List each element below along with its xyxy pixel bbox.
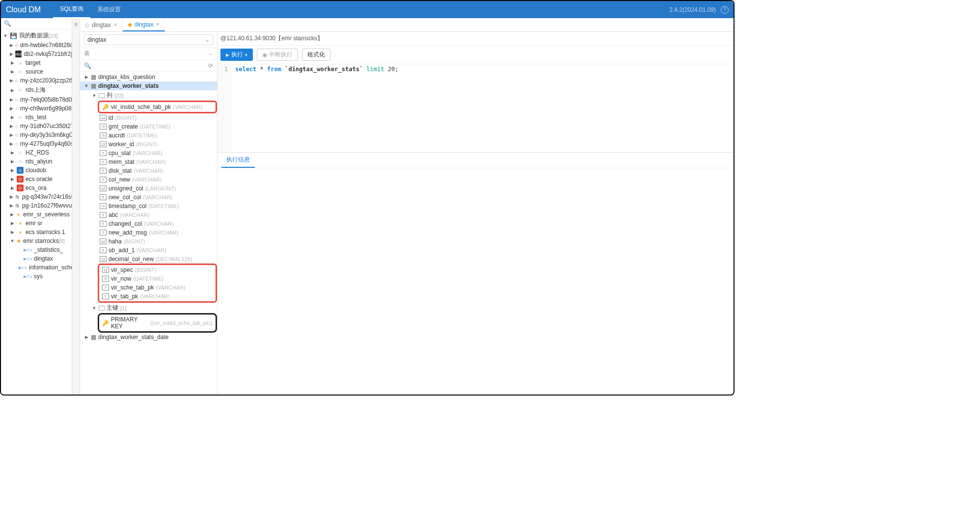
datasource-item[interactable]: ◇my-dky3y3s3m6kg0jo xyxy=(8,131,72,139)
column-row[interactable]: T abc (VARCHAR) xyxy=(80,211,217,219)
chevron-right-icon[interactable] xyxy=(10,132,13,137)
editor-tab-0[interactable]: ◇ dingtax ✕ xyxy=(80,18,123,31)
chevron-down-icon[interactable] xyxy=(10,238,15,243)
table-row[interactable]: ▦ dingtax_kbs_question xyxy=(80,73,217,81)
refresh-objects-icon[interactable]: ⟳ xyxy=(208,62,213,69)
chevron-down-icon[interactable]: ⌄ xyxy=(208,50,213,58)
schema-item[interactable]: ▸▭dingtax xyxy=(15,254,72,263)
columns-folder[interactable]: 列[22] xyxy=(80,90,217,101)
chevron-down-icon[interactable] xyxy=(84,83,89,88)
chevron-right-icon[interactable] xyxy=(84,75,89,79)
top-tab-sql[interactable]: SQL查询 xyxy=(53,1,90,18)
datasource-item[interactable]: ◇rds_aliyun xyxy=(8,157,72,166)
chevron-down-icon[interactable]: ▾ xyxy=(245,53,247,57)
datasource-item[interactable]: ◇my-7elq005i8b78d0m xyxy=(8,95,72,104)
chevron-right-icon[interactable] xyxy=(10,106,13,111)
chevron-right-icon[interactable] xyxy=(10,177,15,182)
datasource-item[interactable]: ◇dm-hwblec7n68t28cz xyxy=(8,41,72,50)
chevron-right-icon[interactable] xyxy=(10,141,13,146)
close-icon[interactable]: ✕ xyxy=(113,22,117,27)
column-row[interactable]: 12 haha (BIGINT) xyxy=(80,237,217,246)
column-row[interactable]: T changed_col (VARCHAR) xyxy=(80,219,217,228)
datasource-item[interactable]: Oecs oracle xyxy=(8,175,72,184)
column-row[interactable]: T new_col_col (VARCHAR) xyxy=(80,193,217,202)
column-row[interactable]: ◷ vir_now (DATETIME) xyxy=(100,274,215,283)
chevron-right-icon[interactable] xyxy=(10,203,13,208)
chevron-right-icon[interactable] xyxy=(10,78,13,83)
chevron-down-icon[interactable] xyxy=(92,306,97,311)
column-row[interactable]: ◷ gmt_create (DATETIME) xyxy=(80,122,217,131)
format-button[interactable]: 格式化 xyxy=(302,49,330,61)
chevron-right-icon[interactable] xyxy=(10,185,15,190)
help-icon[interactable]: ? xyxy=(721,6,729,14)
chevron-right-icon[interactable] xyxy=(10,212,14,217)
close-icon[interactable]: ✕ xyxy=(156,22,160,27)
collapse-strip[interactable]: ≡ xyxy=(72,18,80,395)
column-row[interactable]: 12 decimal_col_new (DECIMAL128) xyxy=(80,255,217,264)
chevron-right-icon[interactable] xyxy=(10,69,15,74)
primary-key-row[interactable]: 🔑 PRIMARY KEY ((vir_instid_sche_tab_pk)) xyxy=(100,315,215,331)
column-row[interactable]: T new_add_msg (VARCHAR) xyxy=(80,228,217,237)
top-tab-settings[interactable]: 系统设置 xyxy=(90,1,128,18)
chevron-right-icon[interactable] xyxy=(10,221,15,226)
column-row[interactable]: 12 worker_id (BIGINT) xyxy=(80,140,217,149)
chevron-right-icon[interactable] xyxy=(10,88,15,93)
datasource-item[interactable]: ◇my-4275uqf3y4q60s6 xyxy=(8,139,72,148)
datasource-expanded[interactable]: ★ emr starrocks [8] xyxy=(8,237,72,245)
object-search-input[interactable] xyxy=(94,62,205,69)
datasource-item[interactable]: ★emr_sr_severless xyxy=(8,210,72,219)
column-row[interactable]: T vir_tab_pk (VARCHAR) xyxy=(100,292,215,301)
chevron-right-icon[interactable] xyxy=(10,150,15,155)
chevron-right-icon[interactable] xyxy=(10,124,13,129)
sidebar-root[interactable]: 💾 我的数据源 [23] xyxy=(1,30,72,41)
schema-item[interactable]: ▸▭_statistics_ xyxy=(15,245,72,254)
datasource-item[interactable]: ◇HZ_RDS xyxy=(8,148,72,157)
table-row-selected[interactable]: ▦ dingtax_worker_stats xyxy=(80,81,217,90)
chevron-right-icon[interactable] xyxy=(10,194,13,199)
chevron-down-icon[interactable] xyxy=(92,93,97,98)
schema-selector[interactable]: dingtax ⌄ xyxy=(84,34,213,45)
schema-item[interactable]: ▸▭sys xyxy=(15,272,72,281)
column-row[interactable]: ◷ aucrdt (DATETIME) xyxy=(80,131,217,140)
column-row[interactable]: 🔑 vir_instid_sche_tab_pk (VARCHAR) xyxy=(100,103,215,111)
chevron-right-icon[interactable] xyxy=(10,159,15,164)
datasource-item[interactable]: ★emr sr xyxy=(8,219,72,228)
datasource-item[interactable]: ★ecs starrocks 1 xyxy=(8,228,72,237)
column-row[interactable]: T disk_stat (VARCHAR) xyxy=(80,166,217,175)
sidebar-search-input[interactable] xyxy=(13,20,72,27)
column-row[interactable]: T cpu_stat (VARCHAR) xyxy=(80,149,217,158)
column-row[interactable]: 12 id (BIGINT) xyxy=(80,113,217,122)
datasource-item[interactable]: 🐘pg-1n16o27f6wvvu0w xyxy=(8,201,72,210)
chevron-right-icon[interactable] xyxy=(10,43,13,48)
chevron-right-icon[interactable] xyxy=(10,97,13,102)
sql-editor[interactable]: 1 select * from `dingtax_worker_stats` l… xyxy=(218,64,734,153)
table-row[interactable]: ▦ dingtax_worker_stats_date xyxy=(80,333,217,342)
column-row[interactable]: T ob_add_1 (VARCHAR) xyxy=(80,246,217,255)
editor-code[interactable]: select * from `dingtax_worker_stats` lim… xyxy=(231,64,402,152)
chevron-right-icon[interactable] xyxy=(84,335,89,340)
datasource-item[interactable]: ◇rds上海 xyxy=(8,85,72,95)
column-row[interactable]: ◷ timestamp_col (DATETIME) xyxy=(80,202,217,211)
datasource-item[interactable]: ◇target xyxy=(8,58,72,67)
column-row[interactable]: 12 vir_spec (BIGINT) xyxy=(100,265,215,274)
datasource-item[interactable]: ◇my-31dh07uc350t274 xyxy=(8,122,72,131)
datasource-item[interactable]: Oecs_ora xyxy=(8,184,72,192)
chevron-right-icon[interactable] xyxy=(10,60,15,65)
run-button[interactable]: ▶ 执行 ▾ xyxy=(220,49,253,61)
result-tab-info[interactable]: 执行信息 xyxy=(221,153,255,168)
schema-item[interactable]: ▸▭information_schema xyxy=(15,263,72,272)
chevron-right-icon[interactable] xyxy=(10,115,15,120)
datasource-item[interactable]: 🐘pg-q343w7r24r16s0z xyxy=(8,192,72,201)
datasource-item[interactable]: ◇rds_test xyxy=(8,113,72,122)
column-row[interactable]: T vir_sche_tab_pk (VARCHAR) xyxy=(100,283,215,292)
chevron-down-icon[interactable] xyxy=(3,33,8,38)
chevron-right-icon[interactable] xyxy=(10,168,15,173)
datasource-item[interactable]: ◇my-z4zc2030jzzp2t5 xyxy=(8,76,72,85)
interrupt-button[interactable]: ◉ 中断执行 xyxy=(257,49,298,61)
chevron-right-icon[interactable] xyxy=(10,52,13,56)
column-row[interactable]: T col_new (VARCHAR) xyxy=(80,175,217,184)
chevron-right-icon[interactable] xyxy=(10,230,15,235)
column-row[interactable]: 12 unsigned_col (LARGEINT) xyxy=(80,184,217,193)
pk-folder[interactable]: 主键[1] xyxy=(80,303,217,313)
editor-tab-1[interactable]: ◆ dingtax ✕ xyxy=(123,18,165,31)
